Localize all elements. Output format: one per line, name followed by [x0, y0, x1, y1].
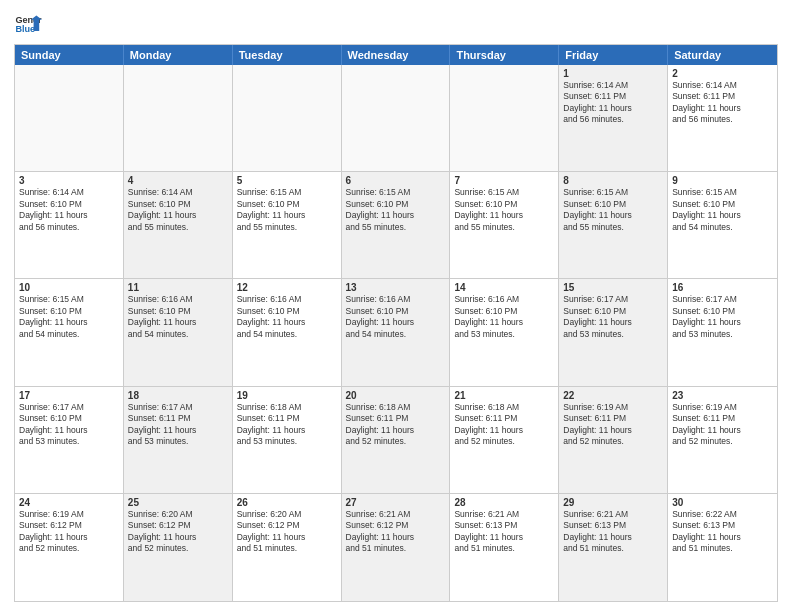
day-cell: 1Sunrise: 6:14 AM Sunset: 6:11 PM Daylig…: [559, 65, 668, 171]
day-number: 15: [563, 282, 663, 293]
day-number: 11: [128, 282, 228, 293]
day-cell: [342, 65, 451, 171]
cell-info: Sunrise: 6:16 AM Sunset: 6:10 PM Dayligh…: [128, 294, 228, 340]
cell-info: Sunrise: 6:16 AM Sunset: 6:10 PM Dayligh…: [346, 294, 446, 340]
day-cell: 24Sunrise: 6:19 AM Sunset: 6:12 PM Dayli…: [15, 494, 124, 601]
day-number: 1: [563, 68, 663, 79]
day-number: 10: [19, 282, 119, 293]
cell-info: Sunrise: 6:21 AM Sunset: 6:13 PM Dayligh…: [454, 509, 554, 555]
header: General Blue: [14, 10, 778, 38]
calendar-body: 1Sunrise: 6:14 AM Sunset: 6:11 PM Daylig…: [15, 65, 777, 601]
day-cell: [450, 65, 559, 171]
day-number: 26: [237, 497, 337, 508]
day-header-friday: Friday: [559, 45, 668, 65]
day-cell: 12Sunrise: 6:16 AM Sunset: 6:10 PM Dayli…: [233, 279, 342, 385]
day-cell: 7Sunrise: 6:15 AM Sunset: 6:10 PM Daylig…: [450, 172, 559, 278]
cell-info: Sunrise: 6:19 AM Sunset: 6:11 PM Dayligh…: [672, 402, 773, 448]
cell-info: Sunrise: 6:17 AM Sunset: 6:11 PM Dayligh…: [128, 402, 228, 448]
day-number: 7: [454, 175, 554, 186]
day-cell: 22Sunrise: 6:19 AM Sunset: 6:11 PM Dayli…: [559, 387, 668, 493]
cell-info: Sunrise: 6:20 AM Sunset: 6:12 PM Dayligh…: [237, 509, 337, 555]
day-number: 19: [237, 390, 337, 401]
day-number: 4: [128, 175, 228, 186]
day-number: 28: [454, 497, 554, 508]
day-cell: 10Sunrise: 6:15 AM Sunset: 6:10 PM Dayli…: [15, 279, 124, 385]
day-cell: [233, 65, 342, 171]
day-cell: 26Sunrise: 6:20 AM Sunset: 6:12 PM Dayli…: [233, 494, 342, 601]
day-cell: 25Sunrise: 6:20 AM Sunset: 6:12 PM Dayli…: [124, 494, 233, 601]
day-cell: 28Sunrise: 6:21 AM Sunset: 6:13 PM Dayli…: [450, 494, 559, 601]
week-row-3: 10Sunrise: 6:15 AM Sunset: 6:10 PM Dayli…: [15, 279, 777, 386]
day-header-tuesday: Tuesday: [233, 45, 342, 65]
cell-info: Sunrise: 6:17 AM Sunset: 6:10 PM Dayligh…: [672, 294, 773, 340]
day-cell: 18Sunrise: 6:17 AM Sunset: 6:11 PM Dayli…: [124, 387, 233, 493]
day-number: 12: [237, 282, 337, 293]
cell-info: Sunrise: 6:16 AM Sunset: 6:10 PM Dayligh…: [237, 294, 337, 340]
cell-info: Sunrise: 6:21 AM Sunset: 6:12 PM Dayligh…: [346, 509, 446, 555]
day-cell: 27Sunrise: 6:21 AM Sunset: 6:12 PM Dayli…: [342, 494, 451, 601]
day-header-monday: Monday: [124, 45, 233, 65]
day-cell: 16Sunrise: 6:17 AM Sunset: 6:10 PM Dayli…: [668, 279, 777, 385]
week-row-5: 24Sunrise: 6:19 AM Sunset: 6:12 PM Dayli…: [15, 494, 777, 601]
cell-info: Sunrise: 6:18 AM Sunset: 6:11 PM Dayligh…: [454, 402, 554, 448]
cell-info: Sunrise: 6:19 AM Sunset: 6:11 PM Dayligh…: [563, 402, 663, 448]
day-number: 13: [346, 282, 446, 293]
day-number: 27: [346, 497, 446, 508]
day-cell: 5Sunrise: 6:15 AM Sunset: 6:10 PM Daylig…: [233, 172, 342, 278]
cell-info: Sunrise: 6:15 AM Sunset: 6:10 PM Dayligh…: [672, 187, 773, 233]
day-number: 21: [454, 390, 554, 401]
cell-info: Sunrise: 6:22 AM Sunset: 6:13 PM Dayligh…: [672, 509, 773, 555]
cell-info: Sunrise: 6:15 AM Sunset: 6:10 PM Dayligh…: [454, 187, 554, 233]
day-number: 18: [128, 390, 228, 401]
day-cell: 14Sunrise: 6:16 AM Sunset: 6:10 PM Dayli…: [450, 279, 559, 385]
day-number: 25: [128, 497, 228, 508]
day-cell: 13Sunrise: 6:16 AM Sunset: 6:10 PM Dayli…: [342, 279, 451, 385]
cell-info: Sunrise: 6:21 AM Sunset: 6:13 PM Dayligh…: [563, 509, 663, 555]
cell-info: Sunrise: 6:18 AM Sunset: 6:11 PM Dayligh…: [237, 402, 337, 448]
day-cell: [15, 65, 124, 171]
cell-info: Sunrise: 6:14 AM Sunset: 6:10 PM Dayligh…: [19, 187, 119, 233]
day-cell: 30Sunrise: 6:22 AM Sunset: 6:13 PM Dayli…: [668, 494, 777, 601]
svg-text:Blue: Blue: [15, 24, 35, 34]
day-cell: 15Sunrise: 6:17 AM Sunset: 6:10 PM Dayli…: [559, 279, 668, 385]
cell-info: Sunrise: 6:16 AM Sunset: 6:10 PM Dayligh…: [454, 294, 554, 340]
day-cell: 23Sunrise: 6:19 AM Sunset: 6:11 PM Dayli…: [668, 387, 777, 493]
cell-info: Sunrise: 6:15 AM Sunset: 6:10 PM Dayligh…: [19, 294, 119, 340]
page: General Blue SundayMondayTuesdayWednesda…: [0, 0, 792, 612]
week-row-1: 1Sunrise: 6:14 AM Sunset: 6:11 PM Daylig…: [15, 65, 777, 172]
day-cell: 11Sunrise: 6:16 AM Sunset: 6:10 PM Dayli…: [124, 279, 233, 385]
cell-info: Sunrise: 6:14 AM Sunset: 6:10 PM Dayligh…: [128, 187, 228, 233]
day-cell: 2Sunrise: 6:14 AM Sunset: 6:11 PM Daylig…: [668, 65, 777, 171]
cell-info: Sunrise: 6:20 AM Sunset: 6:12 PM Dayligh…: [128, 509, 228, 555]
day-cell: 17Sunrise: 6:17 AM Sunset: 6:10 PM Dayli…: [15, 387, 124, 493]
day-headers: SundayMondayTuesdayWednesdayThursdayFrid…: [15, 45, 777, 65]
day-cell: 29Sunrise: 6:21 AM Sunset: 6:13 PM Dayli…: [559, 494, 668, 601]
cell-info: Sunrise: 6:15 AM Sunset: 6:10 PM Dayligh…: [563, 187, 663, 233]
day-cell: 21Sunrise: 6:18 AM Sunset: 6:11 PM Dayli…: [450, 387, 559, 493]
day-cell: 4Sunrise: 6:14 AM Sunset: 6:10 PM Daylig…: [124, 172, 233, 278]
day-number: 2: [672, 68, 773, 79]
day-cell: 6Sunrise: 6:15 AM Sunset: 6:10 PM Daylig…: [342, 172, 451, 278]
cell-info: Sunrise: 6:15 AM Sunset: 6:10 PM Dayligh…: [237, 187, 337, 233]
logo-icon: General Blue: [14, 10, 42, 38]
day-header-sunday: Sunday: [15, 45, 124, 65]
day-header-thursday: Thursday: [450, 45, 559, 65]
day-number: 14: [454, 282, 554, 293]
day-cell: 3Sunrise: 6:14 AM Sunset: 6:10 PM Daylig…: [15, 172, 124, 278]
cell-info: Sunrise: 6:15 AM Sunset: 6:10 PM Dayligh…: [346, 187, 446, 233]
cell-info: Sunrise: 6:17 AM Sunset: 6:10 PM Dayligh…: [563, 294, 663, 340]
cell-info: Sunrise: 6:17 AM Sunset: 6:10 PM Dayligh…: [19, 402, 119, 448]
day-header-wednesday: Wednesday: [342, 45, 451, 65]
day-number: 6: [346, 175, 446, 186]
day-number: 8: [563, 175, 663, 186]
day-cell: 20Sunrise: 6:18 AM Sunset: 6:11 PM Dayli…: [342, 387, 451, 493]
calendar: SundayMondayTuesdayWednesdayThursdayFrid…: [14, 44, 778, 602]
day-number: 5: [237, 175, 337, 186]
cell-info: Sunrise: 6:19 AM Sunset: 6:12 PM Dayligh…: [19, 509, 119, 555]
cell-info: Sunrise: 6:18 AM Sunset: 6:11 PM Dayligh…: [346, 402, 446, 448]
logo: General Blue: [14, 10, 42, 38]
day-number: 29: [563, 497, 663, 508]
day-number: 17: [19, 390, 119, 401]
week-row-4: 17Sunrise: 6:17 AM Sunset: 6:10 PM Dayli…: [15, 387, 777, 494]
day-number: 22: [563, 390, 663, 401]
